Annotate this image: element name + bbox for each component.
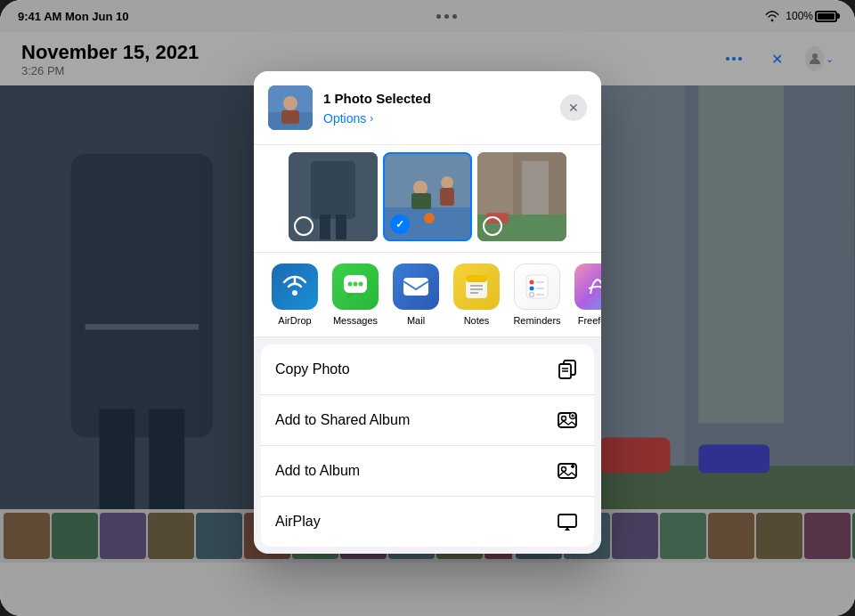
share-options-chevron: › — [370, 112, 373, 125]
share-options-button[interactable]: Options › — [323, 111, 431, 126]
messages-label: Messages — [333, 315, 378, 326]
share-header-left: 1 Photo Selected Options › — [268, 85, 431, 130]
add-album-icon — [555, 458, 580, 483]
photo-selector-row: ✓ — [254, 145, 601, 253]
svg-point-46 — [348, 282, 353, 287]
selector-photo-right[interactable] — [477, 152, 566, 241]
app-icon-messages[interactable]: Messages — [325, 263, 386, 326]
checkmark-icon: ✓ — [395, 218, 404, 231]
share-close-icon: ✕ — [568, 101, 579, 115]
ipad-frame: 9:41 AM Mon Jun 10 100% — [0, 0, 855, 616]
svg-rect-35 — [411, 193, 431, 209]
svg-rect-27 — [281, 110, 299, 124]
selector-circle-right[interactable] — [483, 216, 502, 236]
freeform-label: Freeform — [578, 315, 601, 326]
share-header: 1 Photo Selected Options › ✕ — [254, 71, 601, 145]
copy-photo-label: Copy Photo — [275, 361, 350, 377]
share-selected-label: 1 Photo Selected — [323, 91, 431, 106]
airplay-icon — [555, 509, 580, 534]
selector-photo-left[interactable] — [289, 152, 378, 241]
app-icon-mail[interactable]: Mail — [386, 263, 446, 326]
svg-rect-49 — [403, 278, 428, 296]
app-icons-row: AirDrop Messages — [254, 253, 601, 337]
svg-point-47 — [354, 282, 358, 287]
airplay-action[interactable]: AirPlay — [261, 497, 594, 547]
add-shared-album-action[interactable]: Add to Shared Album — [261, 395, 594, 446]
svg-rect-51 — [466, 275, 487, 282]
notes-label: Notes — [464, 315, 490, 326]
reminders-icon — [514, 263, 560, 310]
copy-photo-action[interactable]: Copy Photo — [261, 344, 594, 395]
reminders-label: Reminders — [513, 315, 560, 326]
airdrop-icon — [272, 263, 318, 310]
svg-point-58 — [530, 287, 534, 291]
airplay-label: AirPlay — [275, 514, 321, 530]
share-sheet: 1 Photo Selected Options › ✕ — [254, 71, 601, 554]
selector-circle-left[interactable] — [294, 216, 314, 236]
notes-icon — [453, 263, 500, 310]
share-preview-thumbnail — [268, 85, 313, 130]
svg-rect-30 — [320, 215, 330, 239]
copy-photo-icon — [555, 357, 580, 382]
app-icon-notes[interactable]: Notes — [446, 263, 507, 326]
airdrop-label: AirDrop — [278, 315, 311, 326]
app-icon-airdrop[interactable]: AirDrop — [265, 263, 325, 326]
mail-icon — [393, 263, 439, 310]
share-header-info: 1 Photo Selected Options › — [323, 91, 431, 126]
add-album-label: Add to Album — [275, 463, 360, 479]
freeform-icon — [574, 263, 601, 310]
svg-rect-37 — [440, 188, 454, 206]
add-shared-album-icon — [555, 408, 580, 433]
svg-point-36 — [441, 176, 453, 189]
messages-icon — [332, 263, 379, 310]
svg-point-48 — [359, 282, 363, 287]
share-close-button[interactable]: ✕ — [560, 94, 587, 121]
svg-rect-41 — [522, 161, 549, 223]
share-options-label: Options — [323, 111, 366, 126]
selector-circle-center[interactable]: ✓ — [390, 215, 410, 234]
svg-rect-31 — [336, 215, 346, 239]
add-album-action[interactable]: Add to Album — [261, 446, 594, 497]
app-icon-reminders[interactable]: Reminders — [507, 263, 567, 326]
svg-point-76 — [562, 467, 566, 472]
svg-point-34 — [413, 181, 428, 195]
svg-rect-29 — [311, 161, 355, 219]
svg-rect-79 — [558, 515, 576, 527]
svg-point-71 — [562, 417, 566, 421]
svg-point-26 — [283, 96, 297, 110]
add-shared-album-label: Add to Shared Album — [275, 412, 410, 428]
svg-point-38 — [424, 213, 435, 223]
action-list: Copy Photo Add to Shared Album — [261, 344, 594, 547]
svg-point-56 — [530, 280, 534, 285]
mail-label: Mail — [407, 315, 425, 326]
selector-photo-center[interactable]: ✓ — [383, 152, 472, 241]
app-icon-freeform[interactable]: Freeform — [567, 263, 601, 326]
